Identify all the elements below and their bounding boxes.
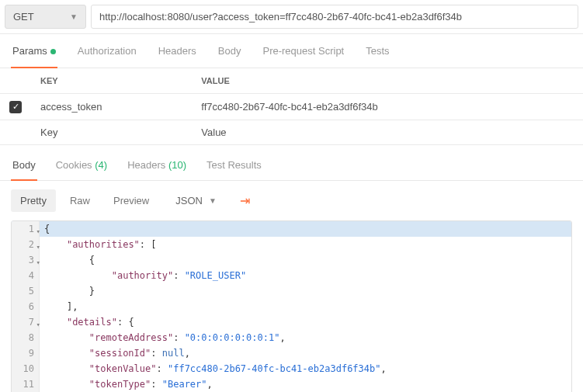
value-input[interactable]: Value bbox=[192, 120, 583, 144]
param-key[interactable]: access_token bbox=[31, 94, 192, 120]
code: "ff7cc480-2b67-40fc-bc41-eb2a3df6f34b" bbox=[168, 363, 381, 374]
format-value: JSON bbox=[175, 195, 203, 206]
code: "authorities" bbox=[67, 239, 140, 250]
response-tabs: Body Cookies (4) Headers (10) Test Resul… bbox=[0, 150, 583, 181]
param-value[interactable]: ff7cc480-2b67-40fc-bc41-eb2a3df6f34b bbox=[192, 94, 583, 120]
col-key: KEY bbox=[31, 68, 192, 94]
view-preview[interactable]: Preview bbox=[104, 189, 158, 212]
view-bar: Pretty Raw Preview JSON ▼ ⇥ bbox=[0, 181, 583, 220]
response-body[interactable]: 1▾{ 2▾ "authorities": [ 3▾ { 4 "authorit… bbox=[11, 220, 572, 393]
tab-body[interactable]: Body bbox=[217, 34, 243, 68]
request-bar: GET ▼ http://localhost:8080/user?access_… bbox=[0, 0, 583, 34]
resp-tab-headers[interactable]: Headers (10) bbox=[126, 150, 188, 180]
request-tabs: Params Authorization Headers Body Pre-re… bbox=[0, 34, 583, 68]
checkbox-checked[interactable]: ✓ bbox=[9, 101, 22, 113]
code: "sessionId" bbox=[89, 348, 151, 359]
code: { bbox=[44, 224, 50, 234]
tab-prerequest[interactable]: Pre-request Script bbox=[261, 34, 345, 68]
col-value: VALUE bbox=[192, 68, 583, 94]
resp-tab-cookies[interactable]: Cookies (4) bbox=[54, 150, 109, 180]
cookies-count: (4) bbox=[95, 159, 107, 171]
resp-headers-label: Headers bbox=[127, 159, 165, 171]
code: "details" bbox=[67, 317, 117, 328]
code: "tokenType" bbox=[89, 379, 151, 390]
code: "Bearer" bbox=[162, 379, 207, 390]
code: } bbox=[89, 286, 95, 297]
resp-tab-tests[interactable]: Test Results bbox=[205, 150, 263, 180]
code: null bbox=[162, 348, 185, 359]
wrap-lines-icon[interactable]: ⇥ bbox=[235, 189, 255, 213]
code: ], bbox=[67, 301, 78, 312]
chevron-down-icon: ▼ bbox=[70, 12, 78, 21]
method-value: GET bbox=[13, 11, 34, 23]
headers-count: (10) bbox=[168, 159, 186, 171]
code: "remoteAddress" bbox=[89, 332, 173, 343]
key-input[interactable]: Key bbox=[31, 120, 192, 144]
format-select[interactable]: JSON ▼ bbox=[168, 189, 224, 212]
chevron-down-icon: ▼ bbox=[209, 196, 217, 205]
code: { bbox=[89, 255, 95, 265]
view-pretty[interactable]: Pretty bbox=[11, 189, 56, 212]
method-select[interactable]: GET ▼ bbox=[5, 5, 86, 29]
params-active-dot bbox=[50, 49, 56, 54]
tab-params-label: Params bbox=[12, 45, 47, 57]
table-row-empty[interactable]: Key Value bbox=[0, 120, 583, 144]
code: "0:0:0:0:0:0:0:1" bbox=[185, 332, 280, 343]
code: "authority" bbox=[112, 270, 173, 281]
resp-cookies-label: Cookies bbox=[56, 159, 92, 171]
url-input[interactable]: http://localhost:8080/user?access_token=… bbox=[91, 5, 578, 29]
tab-tests[interactable]: Tests bbox=[364, 34, 390, 68]
tab-authorization[interactable]: Authorization bbox=[76, 34, 138, 68]
col-checkbox bbox=[0, 68, 31, 94]
table-row[interactable]: ✓ access_token ff7cc480-2b67-40fc-bc41-e… bbox=[0, 94, 583, 120]
code: "tokenValue" bbox=[89, 363, 157, 374]
tab-params[interactable]: Params bbox=[11, 34, 57, 68]
code: "ROLE_USER" bbox=[185, 270, 246, 281]
tab-headers[interactable]: Headers bbox=[157, 34, 198, 68]
resp-tab-body[interactable]: Body bbox=[11, 150, 37, 180]
params-table: KEY VALUE ✓ access_token ff7cc480-2b67-4… bbox=[0, 68, 583, 145]
view-raw[interactable]: Raw bbox=[61, 189, 99, 212]
